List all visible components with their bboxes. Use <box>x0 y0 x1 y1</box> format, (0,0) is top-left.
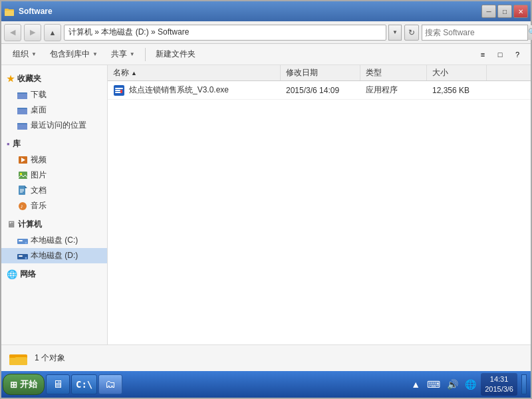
status-folder-icon <box>9 349 28 368</box>
address-dropdown[interactable]: ▼ <box>388 25 402 41</box>
view-list-icon: ≡ <box>481 51 485 59</box>
sidebar-item-drive-d[interactable]: 本地磁盘 (D:) <box>1 248 107 263</box>
sidebar-item-recent[interactable]: 最近访问的位置 <box>1 118 107 133</box>
computer-header[interactable]: 🖥 计算机 <box>1 216 107 233</box>
sidebar-item-download[interactable]: 下载 <box>1 87 107 102</box>
view-grid-icon: □ <box>498 51 503 59</box>
file-type: 应用程序 <box>366 84 398 96</box>
tray-keyboard-icon[interactable]: ⌨ <box>425 379 442 390</box>
file-name: 炫点连锁销售系统_V3.0.exe <box>129 84 229 96</box>
sidebar-item-images[interactable]: 图片 <box>1 168 107 183</box>
sidebar-item-video[interactable]: 视频 <box>1 152 107 168</box>
help-button[interactable]: ? <box>509 47 525 63</box>
taskbar-app-explorer[interactable]: 🗂 <box>98 374 122 394</box>
column-header-date[interactable]: 修改日期 <box>281 65 360 80</box>
column-header-name[interactable]: 名称 ▲ <box>108 65 281 80</box>
view-icon-button[interactable]: □ <box>492 47 508 63</box>
sidebar-item-desktop[interactable]: 桌面 <box>1 102 107 118</box>
sidebar-download-label: 下载 <box>31 89 47 100</box>
video-icon <box>17 155 28 166</box>
taskbar-explorer-icon: 🗂 <box>105 378 116 390</box>
svg-rect-16 <box>19 186 25 195</box>
organize-arrow-icon: ▼ <box>31 51 37 57</box>
libraries-section: ▪ 库 视频 图片 <box>1 136 107 213</box>
search-input[interactable] <box>422 25 527 40</box>
title-bar-buttons: ─ □ ✕ <box>481 5 528 18</box>
svg-point-24 <box>25 241 27 243</box>
taskbar: ⊞ 开始 🖥 C:\ 🗂 ▲ ⌨ 🔊 🌐 14:31 2015/3/6 <box>1 371 531 398</box>
libraries-header[interactable]: ▪ 库 <box>1 136 107 152</box>
col-date-label: 修改日期 <box>286 67 318 78</box>
taskbar-apps: 🖥 C:\ 🗂 <box>46 374 408 394</box>
include-library-button[interactable]: 包含到库中 ▼ <box>44 46 104 63</box>
sidebar-drive-d-label: 本地磁盘 (D:) <box>31 250 78 261</box>
svg-rect-23 <box>19 240 23 241</box>
file-date-cell: 2015/3/6 14:09 <box>281 81 360 99</box>
svg-rect-4 <box>17 94 27 99</box>
close-button[interactable]: ✕ <box>513 5 528 18</box>
start-button[interactable]: ⊞ 开始 <box>3 374 45 395</box>
column-header-size[interactable]: 大小 <box>427 65 487 80</box>
help-icon: ? <box>515 51 519 59</box>
col-size-label: 大小 <box>432 67 448 78</box>
organize-button[interactable]: 组织 ▼ <box>7 46 43 63</box>
sidebar-documents-label: 文档 <box>31 185 47 196</box>
folder-recent-icon <box>17 120 28 131</box>
new-folder-button[interactable]: 新建文件夹 <box>150 46 201 63</box>
forward-button[interactable]: ▶ <box>24 24 41 41</box>
computer-label: 计算机 <box>18 219 42 230</box>
file-date: 2015/3/6 14:09 <box>286 86 339 95</box>
sidebar-item-drive-c[interactable]: 本地磁盘 (C:) <box>1 233 107 248</box>
svg-text:♪: ♪ <box>21 203 24 209</box>
network-label: 网络 <box>20 269 36 280</box>
svg-rect-10 <box>17 124 27 130</box>
taskbar-app-cmd[interactable]: C:\ <box>71 374 97 394</box>
status-text: 1 个对象 <box>35 352 65 364</box>
clock-time: 14:31 <box>485 374 513 384</box>
tray-show-hidden-icon[interactable]: ▲ <box>409 379 422 390</box>
folder-download-icon <box>17 90 28 100</box>
file-list: 名称 ▲ 修改日期 类型 大小 <box>108 65 531 344</box>
column-header-type[interactable]: 类型 <box>360 65 427 80</box>
show-desktop-button[interactable] <box>521 374 527 394</box>
svg-rect-11 <box>17 123 21 124</box>
share-label: 共享 <box>111 49 127 60</box>
up-icon: ▲ <box>49 29 57 37</box>
clock[interactable]: 14:31 2015/3/6 <box>481 373 517 396</box>
file-type-cell: 应用程序 <box>360 81 427 99</box>
back-button[interactable]: ◀ <box>4 24 21 41</box>
svg-rect-35 <box>9 354 16 358</box>
svg-rect-5 <box>17 92 21 94</box>
star-icon: ★ <box>7 74 15 84</box>
tray-volume-icon[interactable]: 🔊 <box>445 379 460 390</box>
table-row[interactable]: 炫点连锁销售系统_V3.0.exe 2015/3/6 14:09 应用程序 12… <box>108 81 531 100</box>
minimize-button[interactable]: ─ <box>481 5 496 18</box>
search-button[interactable]: 🔍 <box>527 25 532 40</box>
network-icon: 🌐 <box>7 269 17 279</box>
svg-rect-14 <box>19 172 27 179</box>
organize-label: 组织 <box>13 49 29 60</box>
file-size-cell: 12,356 KB <box>427 81 487 99</box>
music-icon: ♪ <box>17 201 28 211</box>
svg-rect-34 <box>9 357 27 365</box>
view-details-button[interactable]: ≡ <box>475 47 491 63</box>
address-path[interactable]: 计算机 » 本地磁盘 (D:) » Software <box>64 25 386 41</box>
main-window: Software ─ □ ✕ ◀ ▶ ▲ 计算机 » 本地磁盘 (D:) » S… <box>0 0 532 399</box>
share-button[interactable]: 共享 ▼ <box>105 46 141 63</box>
window-title: Software <box>19 7 481 16</box>
view-icons: ≡ □ ? <box>475 47 525 63</box>
sidebar-item-music[interactable]: ♪ 音乐 <box>1 198 107 213</box>
refresh-icon: ↻ <box>408 28 415 37</box>
status-bar: 1 个对象 <box>1 344 531 371</box>
network-header[interactable]: 🌐 网络 <box>1 266 107 283</box>
up-button[interactable]: ▲ <box>44 24 61 41</box>
search-icon: 🔍 <box>528 28 532 37</box>
taskbar-app-computer[interactable]: 🖥 <box>46 374 70 394</box>
sidebar-images-label: 图片 <box>31 170 47 181</box>
refresh-button[interactable]: ↻ <box>404 25 419 41</box>
path-text: 计算机 » 本地磁盘 (D:) » Software <box>68 27 189 38</box>
tray-network-icon[interactable]: 🌐 <box>463 379 478 390</box>
favorites-header[interactable]: ★ 收藏夹 <box>1 70 107 87</box>
sidebar-item-documents[interactable]: 文档 <box>1 183 107 198</box>
maximize-button[interactable]: □ <box>497 5 512 18</box>
